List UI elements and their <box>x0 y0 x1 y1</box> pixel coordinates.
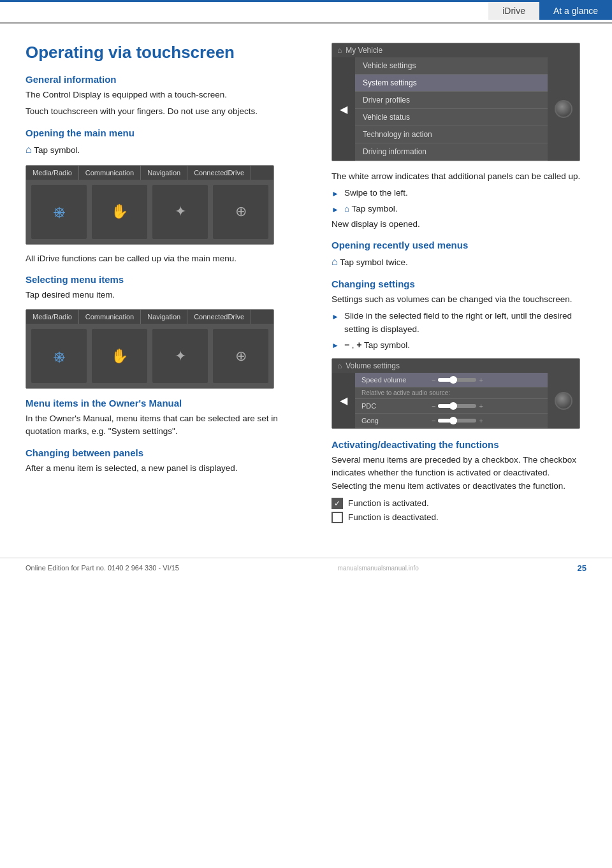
vm-item-driver-profiles: Driver profiles <box>355 92 548 109</box>
vol-speed-label: Speed volume <box>361 376 432 384</box>
bullet-arrow-2: ► <box>332 204 339 215</box>
vm-left-arrow-icon: ◀ <box>340 103 347 115</box>
vol-speed-slider: − + <box>432 376 483 384</box>
tile-globe: ⊕ <box>213 185 268 239</box>
activating-text: Several menu items are preceded by a che… <box>332 454 586 493</box>
vm-knob-area <box>548 57 579 161</box>
volume-top-label: Volume settings <box>346 361 400 370</box>
recently-text: ⌂ Tap symbol twice. <box>332 254 586 270</box>
section-title-panels: Changing between panels <box>26 447 312 458</box>
bullet-swipe: ► Swipe to the left. <box>332 187 586 199</box>
globe-icon: ⊕ <box>235 203 247 220</box>
screen-mockup-2: Media/Radio Communication Navigation Con… <box>26 309 274 389</box>
vol-menu-list: Speed volume − + Relative to active audi… <box>355 373 548 428</box>
vol-bar-gong <box>438 419 476 423</box>
page-number: 25 <box>578 563 586 573</box>
vol-row-gong: Gong − + <box>355 414 548 428</box>
vol-row-pdc: PDC − + <box>355 399 548 414</box>
bluetooth2-icon: ⎈ <box>54 345 65 367</box>
idrive-knob <box>555 100 572 118</box>
screen-mockup-1: Media/Radio Communication Navigation Con… <box>26 165 274 245</box>
general-para1: The Control Display is equipped with a t… <box>26 89 312 101</box>
bluetooth-icon: ⎈ <box>54 201 65 222</box>
bullet-tap: ► ⌂ Tap symbol. <box>332 203 586 215</box>
vol-gong-slider: − + <box>432 417 483 424</box>
section-title-selecting: Selecting menu items <box>26 274 312 285</box>
vol-gong-minus-icon: − <box>432 417 435 424</box>
section-title-recently: Opening recently used menus <box>332 240 586 250</box>
vol-pdc-plus-icon: + <box>479 402 483 410</box>
tile-gesture: ✋ <box>92 185 147 239</box>
right-column: ⌂ My Vehicle ◀ Vehicle settings System s… <box>332 43 586 526</box>
checked-row: Function is activated. <box>332 498 586 509</box>
unchecked-label: Function is deactivated. <box>348 512 439 522</box>
menu-item-media: Media/Radio <box>26 166 79 180</box>
tile-bluetooth: ⎈ <box>31 185 87 239</box>
footer: Online Edition for Part no. 0140 2 964 3… <box>0 558 612 578</box>
vm-item-system-settings: System settings <box>355 75 548 92</box>
vol-plus-icon: + <box>479 376 483 384</box>
general-para2: Touch touchscreen with your fingers. Do … <box>26 105 312 118</box>
nav2-icon: ✦ <box>175 348 186 365</box>
section-title-changing-settings: Changing settings <box>332 278 586 289</box>
vol-bar-thumb-speed <box>449 376 457 384</box>
tile2-bluetooth: ⎈ <box>31 329 87 383</box>
left-column: Operating via touchscreen General inform… <box>26 43 312 526</box>
tile2-gesture: ✋ <box>92 329 147 383</box>
section-title-activating: Activating/deactivating the functions <box>332 439 586 450</box>
vol-gong-plus-icon: + <box>479 417 483 424</box>
vol-bar-thumb-pdc <box>449 402 457 410</box>
vol-home-icon: ⌂ <box>337 361 342 370</box>
vol-idrive-knob <box>555 392 572 410</box>
menu-item-nav: Navigation <box>141 166 187 180</box>
vol-bar-pdc <box>438 404 476 408</box>
nav-icon: ✦ <box>175 203 186 220</box>
tile2-globe: ⊕ <box>213 329 268 383</box>
all-idrive-text: All iDrive functions can be called up vi… <box>26 252 312 265</box>
vol-row-speed: Speed volume − + <box>355 373 548 387</box>
menu2-item-nav: Navigation <box>141 310 187 324</box>
owners-manual-text: In the Owner's Manual, menu items that c… <box>26 412 312 438</box>
menu-item-comm: Communication <box>79 166 141 180</box>
section-title-general: General information <box>26 74 312 85</box>
vol-info-row: Relative to active audio source: <box>355 387 548 399</box>
new-display-text: New display is opened. <box>332 218 586 231</box>
header: iDrive At a glance <box>0 2 612 24</box>
menu2-item-connected: ConnectedDrive <box>187 310 251 324</box>
section-title-main-menu: Opening the main menu <box>26 127 312 138</box>
globe2-icon: ⊕ <box>235 348 247 365</box>
vol-pdc-label: PDC <box>361 402 432 410</box>
vol-knob-area <box>548 373 579 428</box>
selecting-text: Tap desired menu item. <box>26 289 312 301</box>
menu2-item-comm: Communication <box>79 310 141 324</box>
vehicle-menu-top-label: My Vehicle <box>346 46 382 55</box>
bullet-minus-plus: ► − , + Tap symbol. <box>332 338 586 352</box>
idrive-tab[interactable]: iDrive <box>488 2 539 20</box>
volume-mockup: ⌂ Volume settings ◀ Speed volume − <box>332 358 580 429</box>
bullet-arrow-1: ► <box>332 188 339 199</box>
bullet-slide: ► Slide in the selected field to the rig… <box>332 310 586 336</box>
vm-item-technology: Technology in action <box>355 126 548 143</box>
vm-item-vehicle-settings: Vehicle settings <box>355 57 548 75</box>
tile-nav: ✦ <box>152 185 208 239</box>
footer-logo: manualsmanualsmanual.info <box>338 565 419 572</box>
vol-bar-speed <box>438 378 476 382</box>
gesture2-icon: ✋ <box>111 348 128 365</box>
checked-label: Function is activated. <box>348 498 429 508</box>
panels-text: After a menu item is selected, a new pan… <box>26 462 312 475</box>
vol-pdc-slider: − + <box>432 402 483 410</box>
checkbox-empty-icon <box>332 512 343 523</box>
unchecked-row: Function is deactivated. <box>332 512 586 523</box>
opening-main-menu-text: ⌂ Tap symbol. <box>26 142 312 157</box>
tile2-nav: ✦ <box>152 329 208 383</box>
changing-settings-text: Settings such as volumes can be changed … <box>332 293 586 306</box>
home-icon: ⌂ <box>337 46 342 55</box>
at-a-glance-tab[interactable]: At a glance <box>539 2 612 20</box>
footer-text: Online Edition for Part no. 0140 2 964 3… <box>26 564 179 572</box>
vm-menu-list: Vehicle settings System settings Driver … <box>355 57 548 161</box>
bullet-arrow-4: ► <box>332 340 339 351</box>
bullet-arrow-3: ► <box>332 311 339 322</box>
vol-bar-thumb-gong <box>449 417 457 424</box>
vm-item-vehicle-status: Vehicle status <box>355 109 548 126</box>
gesture-icon: ✋ <box>111 203 128 220</box>
